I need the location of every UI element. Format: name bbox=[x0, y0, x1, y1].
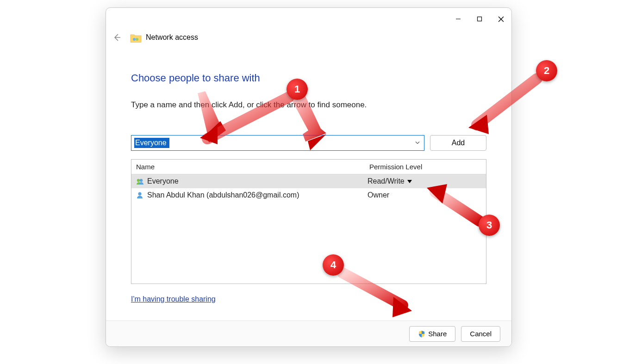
list-row[interactable]: Shan Abdul Khan (abdulshan026@gmail.com)… bbox=[131, 188, 486, 202]
content: Choose people to share with Type a name … bbox=[106, 47, 511, 321]
back-arrow-icon bbox=[112, 33, 122, 42]
annotation-1: 1 bbox=[287, 79, 308, 100]
page-subtext: Type a name and then click Add, or click… bbox=[131, 100, 486, 110]
svg-rect-1 bbox=[478, 17, 482, 21]
close-icon bbox=[498, 16, 504, 22]
annotation-4: 4 bbox=[323, 254, 344, 276]
sharing-dialog: Network access Choose people to share wi… bbox=[106, 7, 512, 347]
name-combobox[interactable] bbox=[131, 135, 424, 151]
cancel-button-label: Cancel bbox=[470, 330, 492, 338]
share-button[interactable]: Share bbox=[409, 326, 455, 342]
minimize-button[interactable] bbox=[448, 9, 469, 29]
row-permission-label: Read/Write bbox=[368, 177, 405, 185]
column-permission-header[interactable]: Permission Level bbox=[368, 163, 486, 171]
annotation-3: 3 bbox=[479, 215, 500, 236]
name-input[interactable] bbox=[134, 138, 169, 148]
list-header: Name Permission Level bbox=[131, 160, 486, 174]
name-add-row: Add bbox=[131, 135, 486, 151]
dialog-header: Network access bbox=[106, 30, 511, 47]
svg-point-8 bbox=[138, 192, 142, 196]
user-icon bbox=[135, 191, 144, 200]
chevron-down-icon[interactable] bbox=[415, 139, 420, 147]
svg-point-5 bbox=[136, 38, 138, 41]
row-permission-dropdown: Owner bbox=[368, 191, 389, 199]
svg-point-6 bbox=[137, 179, 140, 182]
maximize-button[interactable] bbox=[469, 9, 490, 29]
folder-people-icon bbox=[130, 32, 141, 43]
svg-point-7 bbox=[140, 179, 143, 182]
titlebar bbox=[106, 8, 511, 30]
shield-icon bbox=[418, 330, 425, 338]
row-name-label: Everyone bbox=[147, 177, 368, 185]
minimize-icon bbox=[455, 16, 461, 22]
add-button[interactable]: Add bbox=[430, 135, 486, 151]
header-title: Network access bbox=[146, 33, 198, 42]
annotation-2: 2 bbox=[536, 60, 557, 81]
column-name-header[interactable]: Name bbox=[131, 163, 368, 171]
dialog-footer: Share Cancel bbox=[106, 321, 511, 346]
row-permission-label: Owner bbox=[368, 191, 389, 199]
people-group-icon bbox=[135, 177, 144, 186]
page-heading: Choose people to share with bbox=[131, 72, 486, 84]
row-name-label: Shan Abdul Khan (abdulshan026@gmail.com) bbox=[147, 191, 368, 199]
people-list: Name Permission Level EveryoneRead/Write… bbox=[131, 159, 486, 284]
cancel-button[interactable]: Cancel bbox=[461, 326, 500, 342]
close-button[interactable] bbox=[490, 9, 511, 29]
svg-point-4 bbox=[133, 38, 136, 41]
back-button[interactable] bbox=[112, 32, 123, 43]
dropdown-triangle-icon bbox=[407, 180, 412, 183]
row-permission-dropdown[interactable]: Read/Write bbox=[368, 177, 412, 185]
share-button-label: Share bbox=[428, 330, 447, 338]
trouble-sharing-link[interactable]: I'm having trouble sharing bbox=[131, 295, 216, 303]
maximize-icon bbox=[477, 16, 482, 22]
list-row[interactable]: EveryoneRead/Write bbox=[131, 174, 486, 188]
